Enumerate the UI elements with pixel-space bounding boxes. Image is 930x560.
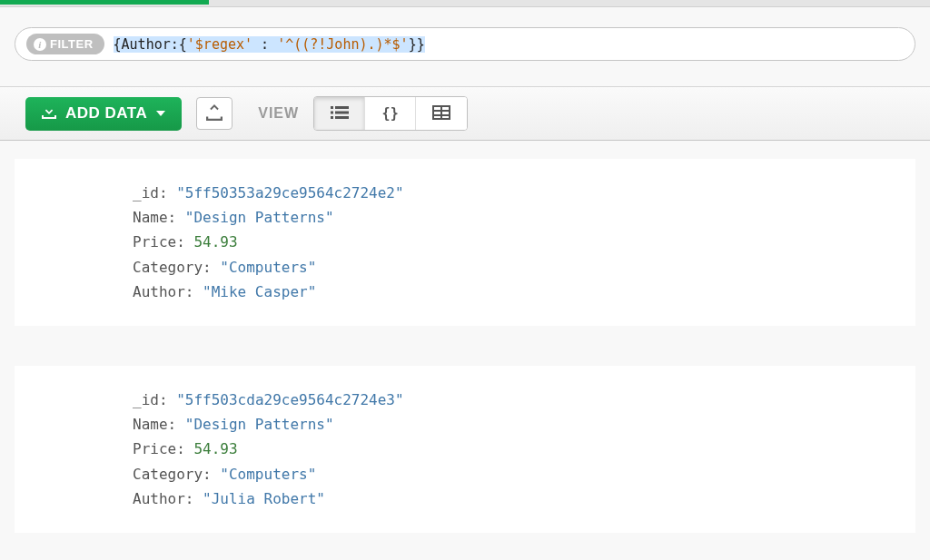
field-value: "Design Patterns" bbox=[185, 416, 334, 433]
field-value: "5ff503cda29ce9564c2724e3" bbox=[176, 391, 403, 408]
list-icon bbox=[331, 104, 349, 123]
svg-rect-1 bbox=[335, 106, 349, 109]
view-list-button[interactable] bbox=[314, 97, 365, 130]
upload-icon bbox=[206, 104, 223, 123]
field-row: _id: "5ff50353a29ce9564c2724e2" bbox=[133, 181, 915, 205]
field-row: Price: 54.93 bbox=[133, 230, 915, 254]
svg-rect-5 bbox=[335, 116, 349, 119]
field-key: _id bbox=[133, 184, 159, 201]
field-key: Category bbox=[133, 466, 203, 483]
svg-rect-3 bbox=[335, 111, 349, 113]
field-row: Price: 54.93 bbox=[133, 437, 915, 461]
view-json-button[interactable]: {} bbox=[365, 97, 416, 130]
view-label: VIEW bbox=[258, 105, 299, 122]
field-row: Name: "Design Patterns" bbox=[133, 205, 915, 230]
view-table-button[interactable] bbox=[416, 97, 467, 130]
document-card[interactable]: _id: "5ff50353a29ce9564c2724e2" Name: "D… bbox=[15, 159, 915, 326]
documents-list: _id: "5ff50353a29ce9564c2724e2" Name: "D… bbox=[0, 141, 930, 555]
field-key: Name bbox=[133, 416, 168, 433]
field-key: Price bbox=[133, 440, 176, 457]
table-icon bbox=[432, 104, 450, 123]
caret-down-icon bbox=[156, 111, 165, 116]
field-value: "Computers" bbox=[220, 259, 316, 276]
filter-badge-label: FILTER bbox=[50, 37, 94, 51]
view-mode-group: {} bbox=[313, 96, 468, 131]
field-key: Price bbox=[133, 233, 176, 251]
filter-badge: i FILTER bbox=[26, 34, 104, 54]
download-icon bbox=[42, 104, 56, 123]
field-row: Category: "Computers" bbox=[133, 462, 915, 486]
field-key: _id bbox=[133, 391, 159, 408]
add-data-label: ADD DATA bbox=[65, 104, 147, 123]
svg-rect-4 bbox=[331, 116, 333, 119]
field-key: Author bbox=[133, 283, 185, 300]
field-value: "Julia Robert" bbox=[203, 490, 325, 507]
field-row: Author: "Julia Robert" bbox=[133, 486, 915, 511]
field-value: 54.93 bbox=[193, 233, 237, 251]
filter-bar[interactable]: i FILTER {Author:{'$regex' : '^((?!John)… bbox=[15, 27, 915, 61]
field-row: Author: "Mike Casper" bbox=[133, 280, 915, 304]
field-row: Name: "Design Patterns" bbox=[133, 412, 915, 437]
field-value: "Mike Casper" bbox=[203, 283, 316, 300]
toolbar: ADD DATA VIEW {} bbox=[0, 86, 930, 141]
field-value: 54.93 bbox=[193, 440, 237, 457]
active-tab-indicator bbox=[0, 0, 209, 5]
svg-rect-0 bbox=[331, 106, 333, 109]
filter-query-input[interactable]: {Author:{'$regex' : '^((?!John).)*$'}} bbox=[114, 36, 904, 53]
field-key: Category bbox=[133, 259, 203, 276]
document-card[interactable]: _id: "5ff503cda29ce9564c2724e3" Name: "D… bbox=[15, 366, 915, 533]
svg-rect-2 bbox=[331, 111, 333, 113]
field-value: "5ff50353a29ce9564c2724e2" bbox=[176, 184, 403, 201]
info-icon: i bbox=[34, 38, 46, 51]
import-button[interactable] bbox=[196, 97, 232, 130]
field-key: Name bbox=[133, 209, 168, 226]
braces-icon: {} bbox=[382, 105, 399, 122]
field-row: _id: "5ff503cda29ce9564c2724e3" bbox=[133, 388, 915, 412]
top-bar bbox=[0, 0, 930, 7]
field-row: Category: "Computers" bbox=[133, 255, 915, 280]
field-value: "Computers" bbox=[220, 466, 316, 483]
add-data-button[interactable]: ADD DATA bbox=[25, 97, 182, 131]
field-value: "Design Patterns" bbox=[185, 209, 334, 226]
field-key: Author bbox=[133, 490, 185, 507]
